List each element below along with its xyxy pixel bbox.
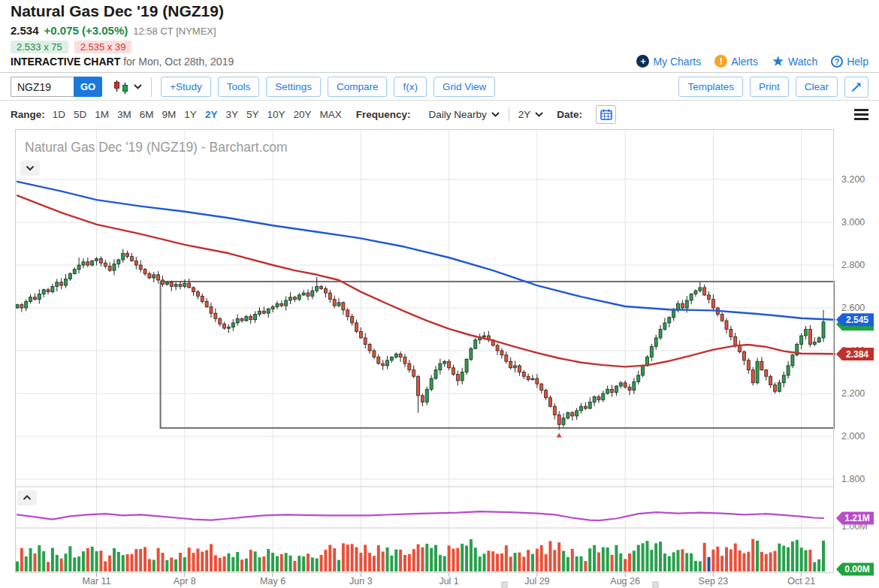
volume-bar xyxy=(276,556,279,571)
volume-bar xyxy=(593,545,596,571)
range-option-5y[interactable]: 5Y xyxy=(246,109,259,120)
range-option-2y[interactable]: 2Y xyxy=(205,109,218,120)
volume-bar xyxy=(249,550,252,571)
candle-up xyxy=(42,290,45,294)
candle-down xyxy=(382,363,385,366)
volume-bar xyxy=(566,557,569,571)
candle-up xyxy=(593,397,596,402)
candle-up xyxy=(685,300,688,308)
range-option-max[interactable]: MAX xyxy=(319,109,341,120)
toolbar-button-fx[interactable]: f(x) xyxy=(394,77,427,97)
annotate-tool-button[interactable] xyxy=(844,77,868,98)
candle-down xyxy=(403,357,406,364)
volume-bar xyxy=(751,539,754,571)
range-option-5d[interactable]: 5D xyxy=(74,109,86,120)
scrollbar-handle[interactable] xyxy=(502,582,507,587)
candle-up xyxy=(276,303,279,306)
candle-up xyxy=(430,378,433,389)
volume-bar xyxy=(196,549,199,571)
symbol-input[interactable] xyxy=(11,77,74,97)
candle-up xyxy=(514,366,517,368)
alerts-link[interactable]: ! Alerts xyxy=(714,55,758,68)
range-option-6m[interactable]: 6M xyxy=(140,109,154,120)
candle-down xyxy=(262,311,265,313)
lower-panel-collapse-button[interactable] xyxy=(17,490,37,505)
scrollbar-handle[interactable] xyxy=(653,582,658,587)
chart-type-dropdown[interactable] xyxy=(113,80,142,95)
range-option-1y[interactable]: 1Y xyxy=(184,109,197,120)
toolbar-button-study[interactable]: +Study xyxy=(161,77,210,97)
candle-up xyxy=(113,264,116,271)
volume-bar xyxy=(690,553,693,571)
candle-down xyxy=(108,266,111,270)
interactive-chart[interactable]: 3.2003.0002.8002.6002.4002.2002.0001.800… xyxy=(15,129,876,588)
candle-up xyxy=(434,370,437,378)
range-option-10y[interactable]: 10Y xyxy=(267,109,285,120)
volume-bar xyxy=(584,561,587,571)
volume-bar xyxy=(117,552,120,571)
volume-bar xyxy=(509,556,512,571)
volume-bar xyxy=(307,553,310,571)
toolbar-button-compare[interactable]: Compare xyxy=(328,77,388,97)
date-picker-button[interactable] xyxy=(596,105,616,124)
candle-down xyxy=(769,376,772,384)
candle-up xyxy=(91,261,94,265)
volume-bar xyxy=(302,556,305,571)
help-link[interactable]: ? Help xyxy=(831,56,868,68)
volume-bar xyxy=(677,550,680,571)
candle-up xyxy=(474,340,477,348)
interactive-chart-label: INTERACTIVE CHART xyxy=(11,56,120,68)
volume-bar xyxy=(791,541,794,571)
frequency-dropdown[interactable]: Daily Nearby xyxy=(429,109,500,120)
go-button[interactable]: GO xyxy=(74,77,102,97)
range-option-3m[interactable]: 3M xyxy=(117,109,131,120)
price-chart-svg[interactable]: 3.2003.0002.8002.6002.4002.2002.0001.800… xyxy=(15,129,876,588)
watch-link[interactable]: ★ Watch xyxy=(772,56,817,68)
low-marker-arrow-icon xyxy=(557,433,562,437)
my-charts-link[interactable]: + My Charts xyxy=(636,55,701,68)
candle-down xyxy=(747,360,750,370)
alerts-label: Alerts xyxy=(731,56,758,68)
toolbar-button-settings[interactable]: Settings xyxy=(266,77,321,97)
candle-down xyxy=(720,315,723,321)
candle-up xyxy=(289,297,292,300)
volume-bar xyxy=(465,546,468,571)
volume-bar xyxy=(227,553,230,571)
volume-bar xyxy=(663,553,666,571)
range-option-20y[interactable]: 20Y xyxy=(293,109,311,120)
candle-down xyxy=(157,275,160,280)
candle-down xyxy=(359,331,362,338)
candle-down xyxy=(126,253,129,256)
volume-bar xyxy=(514,553,517,571)
volume-bar xyxy=(399,550,402,571)
volume-bar xyxy=(373,556,376,571)
toolbar-button-templates[interactable]: Templates xyxy=(678,77,743,97)
toolbar-divider xyxy=(151,77,152,97)
candle-up xyxy=(439,363,442,370)
candle-up xyxy=(637,375,640,382)
toolbar-button-print[interactable]: Print xyxy=(750,77,789,97)
volume-bar xyxy=(491,551,494,571)
x-axis-label: Apr 8 xyxy=(174,576,196,586)
volume-bar xyxy=(421,547,424,571)
toolbar-button-gridview[interactable]: Grid View xyxy=(433,77,495,97)
chevron-down-icon xyxy=(535,112,543,117)
chart-menu-icon[interactable] xyxy=(854,107,868,122)
volume-bar xyxy=(245,559,248,571)
range-option-1d[interactable]: 1D xyxy=(53,109,65,120)
candle-down xyxy=(346,310,349,317)
candle-up xyxy=(800,336,803,344)
main-panel-collapse-button[interactable] xyxy=(20,161,40,176)
range-option-1m[interactable]: 1M xyxy=(95,109,109,120)
period-dropdown[interactable]: 2Y xyxy=(518,109,544,120)
volume-bar xyxy=(782,546,785,571)
x-axis-label: Jul 1 xyxy=(439,576,458,586)
range-option-3y[interactable]: 3Y xyxy=(225,109,238,120)
candle-up xyxy=(267,309,270,313)
toolbar-button-tools[interactable]: Tools xyxy=(218,77,260,97)
open-interest-line xyxy=(17,511,823,520)
toolbar-button-clear[interactable]: Clear xyxy=(796,77,838,97)
volume-bar xyxy=(351,544,354,571)
volume-bar xyxy=(800,547,803,571)
range-option-9m[interactable]: 9M xyxy=(162,109,177,120)
